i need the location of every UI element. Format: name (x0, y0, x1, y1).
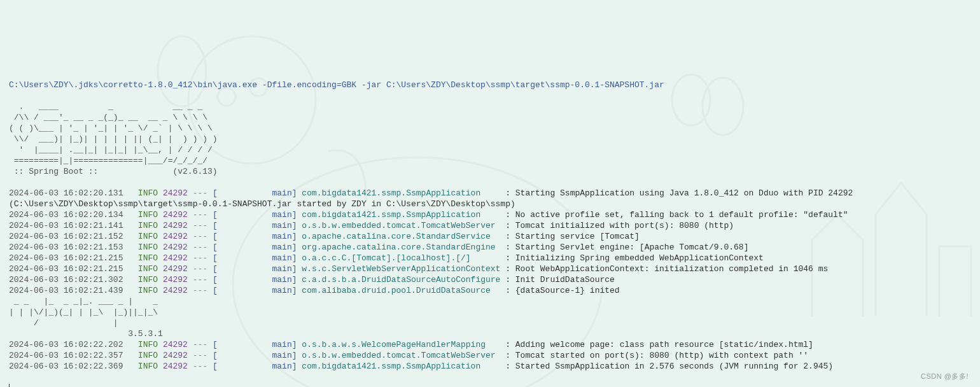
text-cursor (9, 384, 10, 387)
log-line: 2024-06-03 16:02:21.141 INFO 24292 --- [… (9, 221, 734, 230)
spring-version-line: :: Spring Boot :: (v2.6.13) (9, 167, 218, 176)
log-line: 2024-06-03 16:02:21.153 INFO 24292 --- [… (9, 243, 748, 252)
watermark: CSDN @多多! (921, 371, 969, 382)
spring-banner-line: =========|_|==============|___/=/_/_/_/ (9, 156, 207, 165)
mybatis-banner-line: 3.5.3.1 (9, 329, 168, 339)
log-line: 2024-06-03 16:02:21.439 INFO 24292 --- [… (9, 286, 620, 295)
spring-banner-line: . ____ _ __ _ _ (9, 102, 202, 111)
log-line: 2024-06-03 16:02:20.134 INFO 24292 --- [… (9, 210, 848, 220)
command-line: C:\Users\ZDY\.jdks\corretto-1.8.0_412\bi… (9, 80, 664, 90)
spring-banner-line: ' |____| .__|_| |_|_| |_\__, | / / / / (9, 145, 213, 155)
log-line: 2024-06-03 16:02:22.369 INFO 24292 --- [… (9, 362, 833, 371)
spring-banner-line: /\\ / ___'_ __ _ _(_)_ __ __ _ \ \ \ \ (9, 113, 207, 122)
log-line: 2024-06-03 16:02:21.152 INFO 24292 --- [… (9, 232, 640, 241)
spring-banner-line: ( ( )\___ | '_ | '_| | '_ \/ _` | \ \ \ … (9, 123, 213, 133)
log-line: 2024-06-03 16:02:21.302 INFO 24292 --- [… (9, 275, 615, 285)
log-line: 2024-06-03 16:02:20.131 INFO 24292 --- [… (9, 188, 853, 198)
log-line: 2024-06-03 16:02:21.215 INFO 24292 --- [… (9, 264, 828, 274)
mybatis-banner-line: / | (9, 318, 163, 328)
log-line: 2024-06-03 16:02:22.357 INFO 24292 --- [… (9, 351, 808, 360)
mybatis-banner-line: _ _ |_ _ _|_. ___ _ | _ (9, 297, 163, 306)
console-output: C:\Users\ZDY\.jdks\corretto-1.8.0_412\bi… (9, 80, 980, 372)
log-continuation: (C:\Users\ZDY\Desktop\ssmp\target\ssmp-0… (9, 199, 515, 209)
mybatis-banner-line: | | |\/|_)(_| | |_\ |_)||_|_\ (9, 307, 163, 317)
spring-banner-line: \\/ ___)| |_)| | | | | || (_| | ) ) ) ) (9, 134, 218, 144)
log-line: 2024-06-03 16:02:22.202 INFO 24292 --- [… (9, 340, 813, 349)
log-line: 2024-06-03 16:02:21.215 INFO 24292 --- [… (9, 253, 764, 263)
